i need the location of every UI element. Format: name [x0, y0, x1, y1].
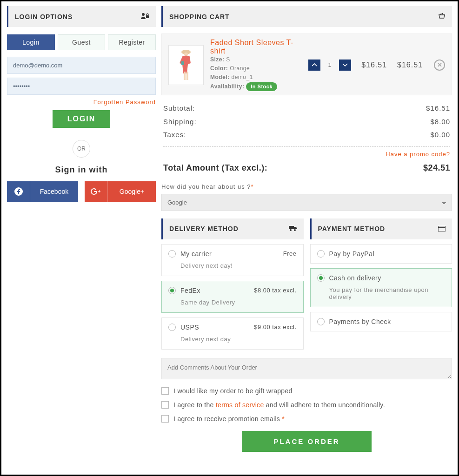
- svg-rect-12: [438, 227, 446, 228]
- tab-login[interactable]: Login: [7, 34, 55, 50]
- availability-label: Availability:: [210, 83, 244, 90]
- delivery-method-title: DELIVERY METHOD: [169, 225, 239, 232]
- login-options-title: LOGIN OPTIONS: [15, 13, 73, 20]
- delivery-option-usps[interactable]: USPS$9.00 tax excl. Delivery next day: [161, 317, 304, 350]
- google-login-button[interactable]: Google+: [85, 181, 156, 202]
- login-tabs: Login Guest Register: [7, 34, 156, 50]
- delivery-option-my-carrier[interactable]: My carrierFree Delivery next day!: [161, 244, 304, 276]
- google-plus-icon: [85, 181, 108, 202]
- product-name[interactable]: Faded Short Sleeves T-shirt: [210, 39, 302, 55]
- radio-icon: [317, 318, 325, 325]
- tos-link[interactable]: terms of service: [216, 401, 264, 409]
- facebook-icon: [7, 181, 30, 202]
- login-options-header: LOGIN OPTIONS: [7, 6, 156, 27]
- grand-total-label: Total Amount (Tax excl.):: [163, 163, 267, 173]
- grand-total-value: $24.51: [423, 163, 450, 173]
- payment-desc: You pay for the merchandise upon deliver…: [329, 286, 446, 300]
- svg-rect-8: [289, 226, 294, 229]
- remove-item-button[interactable]: ✕: [434, 60, 445, 71]
- login-button[interactable]: LOGIN: [53, 110, 111, 128]
- email-field[interactable]: [7, 57, 156, 74]
- tab-guest[interactable]: Guest: [58, 34, 106, 50]
- color-value: Orange: [230, 65, 250, 72]
- promo-emails-label: I agree to receive promotion emails *: [173, 415, 285, 423]
- shipping-value: $8.00: [430, 115, 450, 129]
- size-label: Size:: [210, 56, 225, 63]
- unit-price: $16.51: [361, 61, 387, 69]
- payment-option-cod[interactable]: Cash on delivery You pay for the merchan…: [310, 268, 452, 307]
- gift-wrap-checkbox[interactable]: [161, 387, 169, 395]
- radio-icon: [168, 324, 176, 331]
- delivery-name: My carrier: [180, 250, 212, 258]
- gift-wrap-label: I would like my order to be gift wrapped: [173, 387, 293, 395]
- tab-register[interactable]: Register: [108, 34, 156, 50]
- color-label: Color:: [210, 65, 228, 72]
- svg-rect-6: [186, 72, 188, 80]
- size-value: S: [226, 56, 230, 63]
- radio-icon: [317, 274, 325, 282]
- payment-option-paypal[interactable]: Pay by PayPal: [310, 244, 452, 264]
- tos-label: I agree to the terms of service and will…: [173, 401, 385, 409]
- delivery-desc: Delivery next day: [180, 336, 297, 343]
- shipping-label: Shipping:: [163, 115, 197, 129]
- taxes-label: Taxes:: [163, 128, 186, 142]
- subtotal-label: Subtotal:: [163, 102, 195, 115]
- or-divider: OR: [7, 140, 156, 158]
- qty-value: 1: [320, 61, 339, 68]
- delivery-cost: Free: [283, 250, 297, 257]
- delivery-name: FedEx: [180, 287, 200, 294]
- subtotal-value: $16.51: [426, 102, 450, 115]
- model-value: demo_1: [232, 74, 253, 80]
- truck-icon: [289, 225, 297, 233]
- facebook-login-button[interactable]: Facebook: [7, 181, 78, 202]
- totals-divider: [163, 146, 450, 147]
- cart-item: Faded Short Sleeves T-shirt Size: S Colo…: [161, 33, 452, 95]
- delivery-option-fedex[interactable]: FedEx$8.00 tax excl. Same day Delivery: [161, 281, 304, 313]
- promo-code-link[interactable]: Have a promo code?: [163, 151, 450, 158]
- password-field[interactable]: [7, 78, 156, 95]
- order-comments-textarea[interactable]: [161, 358, 452, 379]
- tos-checkbox[interactable]: [161, 401, 169, 409]
- delivery-desc: Same day Delivery: [180, 299, 297, 306]
- required-asterisk: *: [282, 415, 285, 423]
- payment-name: Cash on delivery: [329, 274, 381, 282]
- payment-option-check[interactable]: Payments by Check: [310, 312, 452, 331]
- qty-down-button[interactable]: [339, 60, 351, 71]
- stock-badge: In Stock: [246, 82, 277, 92]
- credit-card-icon: [438, 225, 446, 233]
- svg-rect-11: [438, 226, 446, 231]
- facebook-label: Facebook: [30, 188, 78, 195]
- taxes-value: $0.00: [430, 128, 450, 142]
- user-lock-icon: [141, 13, 149, 20]
- payment-method-header: PAYMENT METHOD: [310, 218, 452, 239]
- svg-rect-1: [146, 15, 149, 18]
- or-label: OR: [73, 140, 90, 158]
- place-order-button[interactable]: PLACE ORDER: [242, 431, 371, 452]
- payment-name: Pay by PayPal: [329, 250, 375, 258]
- svg-point-9: [290, 229, 292, 231]
- delivery-cost: $8.00 tax excl.: [254, 287, 296, 294]
- hear-about-us-label: How did you hear about us ?: [161, 183, 251, 190]
- svg-rect-7: [181, 61, 184, 65]
- basket-icon: [438, 13, 446, 20]
- delivery-method-header: DELIVERY METHOD: [161, 218, 304, 239]
- model-label: Model:: [210, 74, 230, 80]
- forgotten-password-link[interactable]: Forgotten Password: [7, 99, 156, 106]
- delivery-desc: Delivery next day!: [180, 262, 297, 269]
- hear-about-us-select[interactable]: Google: [161, 194, 452, 211]
- required-asterisk: *: [251, 183, 253, 190]
- qty-up-button[interactable]: [308, 60, 320, 71]
- radio-icon: [317, 250, 325, 258]
- payment-name: Payments by Check: [329, 318, 391, 325]
- radio-icon: [168, 287, 176, 294]
- svg-point-10: [294, 229, 296, 231]
- radio-icon: [168, 250, 176, 258]
- promo-emails-checkbox[interactable]: [161, 415, 169, 423]
- product-thumbnail[interactable]: [168, 45, 204, 85]
- sign-in-with-label: Sign in with: [7, 165, 156, 175]
- delivery-cost: $9.00 tax excl.: [254, 324, 296, 331]
- delivery-name: USPS: [180, 324, 199, 331]
- shopping-cart-title: SHOPPING CART: [169, 13, 230, 20]
- svg-rect-5: [184, 72, 186, 80]
- shopping-cart-header: SHOPPING CART: [161, 6, 452, 27]
